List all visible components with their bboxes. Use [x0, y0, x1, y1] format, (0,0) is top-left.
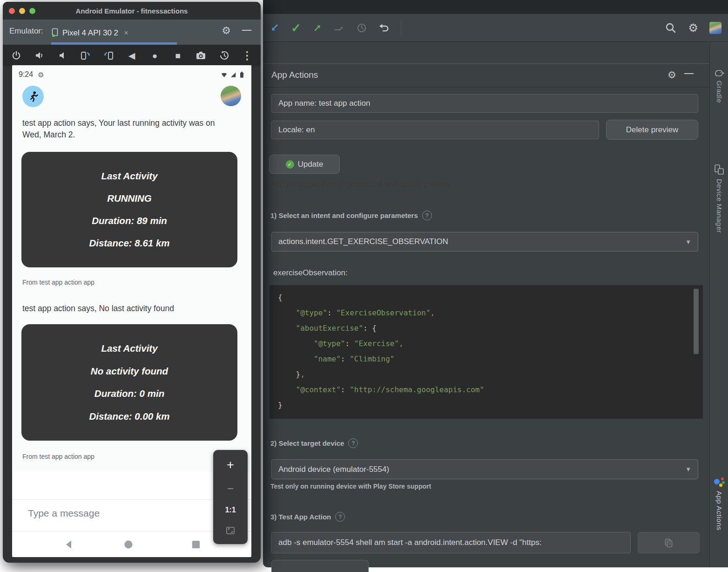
- emulator-settings-gear-icon[interactable]: ⚙: [222, 26, 231, 36]
- code-editor[interactable]: { "@type": "ExerciseObservation", "about…: [270, 285, 703, 419]
- intent-dropdown[interactable]: actions.intent.GET_EXERCISE_OBSERVATION …: [271, 232, 698, 252]
- emulator-minimize-icon[interactable]: —: [242, 24, 251, 35]
- runner-icon: [27, 90, 40, 103]
- update-button[interactable]: ✓ Update: [269, 155, 340, 174]
- back-icon[interactable]: ◀: [126, 49, 138, 61]
- tool-tab-app-actions[interactable]: App Actions: [710, 476, 728, 531]
- chevron-down-icon: ▼: [685, 238, 691, 245]
- undo-icon[interactable]: [378, 23, 390, 33]
- activity-card-2: Last Activity No activity found Duration…: [21, 324, 237, 441]
- help-icon[interactable]: ?: [335, 512, 345, 522]
- emulator-label: Emulator:: [9, 27, 43, 36]
- card-line: Last Activity: [26, 343, 233, 354]
- push-icon[interactable]: [312, 23, 323, 33]
- phone-screen: 9:24 ⚙ test app action says, Your last r…: [12, 65, 251, 557]
- copy-command-button[interactable]: [638, 532, 700, 553]
- zoom-in-icon[interactable]: +: [227, 459, 234, 471]
- panel-minimize-icon[interactable]: —: [684, 68, 694, 78]
- emulator-toolbar: ◀ ● ■ ⋮: [3, 45, 261, 66]
- volume-down-icon[interactable]: [56, 49, 68, 61]
- update-hint-text: Apply changes from shortcuts.xml and upd…: [271, 180, 450, 189]
- update-check-icon: ✓: [286, 160, 294, 169]
- toolbar-divider: [401, 21, 401, 35]
- target-device-dropdown[interactable]: Android device (emulator-5554) ▼: [271, 459, 698, 479]
- device-tab-label: Pixel 4 API 30 2: [62, 28, 118, 38]
- merge-icon[interactable]: [334, 23, 345, 33]
- card-line: Duration: 89 min: [26, 215, 233, 226]
- tool-window-strip: Gradle Device Manager App Actions: [709, 42, 728, 567]
- emulator-window: Android Emulator - fitnessactions Emulat…: [3, 2, 261, 563]
- help-icon[interactable]: ?: [348, 438, 358, 448]
- ide-toolbar: ✓ ⚙: [263, 14, 728, 42]
- card-line: RUNNING: [26, 193, 233, 204]
- status-gear-icon: ⚙: [38, 71, 44, 78]
- assistant-icon: [714, 476, 725, 487]
- emulator-zoom-panel: + − 1:1: [213, 450, 248, 544]
- tool-tab-gradle[interactable]: Gradle: [710, 68, 728, 103]
- nav-overview-icon[interactable]: [192, 540, 200, 549]
- app-name-field[interactable]: [271, 94, 698, 113]
- editor-scrollbar[interactable]: [694, 289, 699, 354]
- search-everywhere-icon[interactable]: [665, 22, 677, 34]
- phone-icon: [51, 28, 59, 38]
- delete-preview-button[interactable]: Delete preview: [606, 120, 698, 140]
- delete-preview-label: Delete preview: [626, 125, 678, 135]
- profile-avatar[interactable]: [709, 22, 721, 34]
- gradle-elephant-icon: [714, 68, 724, 77]
- help-icon[interactable]: ?: [422, 211, 432, 220]
- chevron-down-icon: ▼: [685, 466, 691, 473]
- zoom-ratio-button[interactable]: 1:1: [225, 506, 236, 514]
- screenshot-stage: Android Emulator - fitnessactions Emulat…: [0, 0, 728, 572]
- signal-icon: [230, 72, 236, 78]
- message-input[interactable]: Type a message: [28, 508, 100, 519]
- volume-up-icon[interactable]: [34, 49, 46, 61]
- wifi-icon: [221, 72, 228, 78]
- attribution-1: From test app action app: [22, 279, 94, 286]
- update-project-icon[interactable]: [270, 23, 280, 33]
- emulator-tab-row: Emulator: Pixel 4 API 30 2 × ⚙ —: [3, 20, 261, 45]
- attribution-2: From test app action app: [22, 453, 94, 460]
- bot-message-2: test app action says, No last activity f…: [22, 303, 230, 314]
- activity-card-1: Last Activity RUNNING Duration: 89 min D…: [21, 152, 237, 267]
- parameter-label: exerciseObservation:: [273, 268, 348, 278]
- history-clock-icon[interactable]: [356, 22, 367, 34]
- device-value: Android device (emulator-5554): [278, 465, 389, 474]
- rotate-left-icon[interactable]: [80, 49, 92, 61]
- overview-icon[interactable]: ■: [172, 49, 184, 61]
- window-title: Android Emulator - fitnessactions: [3, 7, 261, 15]
- app-actions-panel-header: App Actions ⚙ —: [263, 63, 709, 88]
- device-tab[interactable]: Pixel 4 API 30 2 ×: [51, 23, 177, 42]
- status-time: 9:24: [19, 70, 33, 79]
- card-line: Last Activity: [26, 170, 233, 182]
- bot-message-1: test app action says, Your last running …: [22, 117, 230, 141]
- card-line: No activity found: [26, 366, 233, 377]
- intent-value: actions.intent.GET_EXERCISE_OBSERVATION: [278, 237, 448, 246]
- commit-check-icon[interactable]: ✓: [291, 22, 301, 34]
- nav-back-icon[interactable]: [64, 539, 74, 550]
- nav-home-icon[interactable]: [124, 540, 133, 549]
- run-action-button-partial[interactable]: [271, 560, 369, 572]
- user-avatar: [221, 86, 241, 106]
- card-line: Distance: 8.61 km: [26, 238, 233, 249]
- android-studio-window: ✓ ⚙ App Actions ⚙ — Delete previ: [263, 0, 728, 567]
- copy-icon: [665, 538, 673, 547]
- device-manager-icon: [714, 164, 724, 175]
- locale-field[interactable]: [271, 121, 599, 139]
- tool-tab-device-manager[interactable]: Device Manager: [710, 164, 728, 233]
- panel-title: App Actions: [271, 70, 318, 80]
- fit-to-window-icon[interactable]: [226, 526, 235, 535]
- ide-settings-gear-icon[interactable]: ⚙: [688, 22, 698, 34]
- close-tab-icon[interactable]: ×: [124, 28, 128, 38]
- section-3-label: 3) Test App Action ?: [270, 512, 345, 522]
- snapshot-restore-icon[interactable]: [218, 49, 230, 61]
- ide-title-strip: [263, 0, 728, 14]
- rotate-right-icon[interactable]: [102, 49, 115, 61]
- more-options-icon[interactable]: ⋮: [241, 49, 253, 61]
- adb-command-field[interactable]: [271, 532, 631, 553]
- emulator-title-bar: Android Emulator - fitnessactions: [3, 2, 261, 20]
- home-icon[interactable]: ●: [149, 49, 161, 61]
- panel-gear-icon[interactable]: ⚙: [667, 69, 676, 81]
- screenshot-camera-icon[interactable]: [195, 49, 207, 61]
- power-icon[interactable]: [10, 49, 22, 61]
- zoom-out-icon[interactable]: −: [227, 483, 234, 494]
